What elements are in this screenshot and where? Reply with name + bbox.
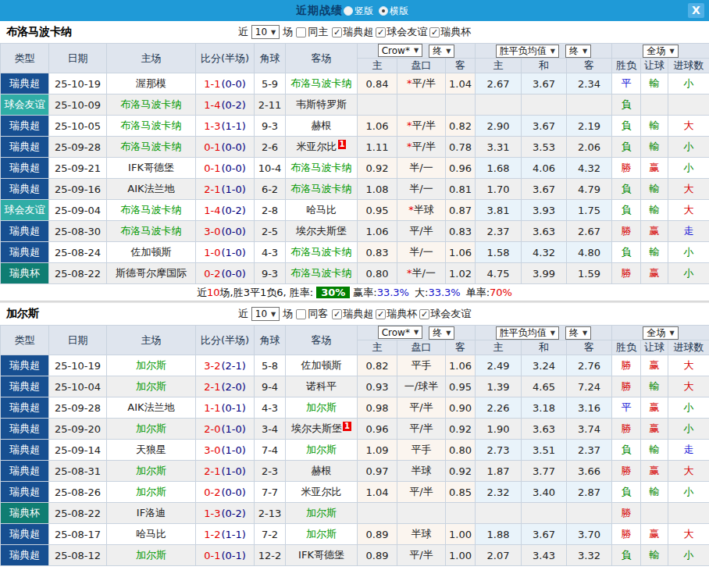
league-badge: 瑞典超 [1,545,49,566]
odds-home [358,94,397,116]
match-score: 0-1(0-0) [196,137,255,158]
goals-mark: 小 [668,545,709,566]
odds-away: 0.92 [446,461,476,482]
home-team: 天狼星 [107,440,196,461]
goals-mark [668,503,709,524]
mean-away: 1.75 [567,200,612,221]
sub-col-handicap-result: 让球 [641,340,668,355]
odds-home: 0.95 [358,200,397,221]
league-checkbox[interactable] [419,309,429,319]
close-button[interactable]: X [688,3,704,18]
odds-handicap: 平/半 [397,397,446,419]
col-home: 主场 [107,44,196,73]
mean-time-select[interactable]: 终 [565,45,591,58]
mean-select[interactable]: 胜平负均值 [496,45,559,58]
odds-home: 1.11 [358,137,397,158]
corner-count: 5-8 [255,355,286,376]
league-checkbox[interactable] [332,309,342,319]
odds-handicap: *半/一 [397,263,446,284]
bookmaker-select[interactable]: Crow* [378,326,422,339]
result-mark: 勝 [612,355,641,376]
sub-col-handicap: 盘口 [397,340,446,355]
goals-mark: 大 [668,355,709,376]
league-checkbox[interactable] [376,27,386,37]
horizontal-radio-button[interactable] [379,6,388,16]
match-date: 25-09-16 [49,179,107,200]
odds-home: 0.92 [358,158,397,179]
odds-time-select[interactable]: 终 [429,45,454,58]
league-badge: 球会友谊 [1,200,49,221]
same-home-checkbox[interactable] [296,27,306,37]
odds-handicap: 一/球半 [397,376,446,397]
odds-handicap [397,94,446,116]
mean-away: 3.70 [567,524,612,545]
odds-handicap: 半/一 [397,158,446,179]
league-badge: 瑞典超 [1,116,49,137]
mean-home: 1.68 [476,158,522,179]
corner-count: 4-3 [255,242,286,263]
league-checkbox[interactable] [376,309,386,319]
sub-col-odds-home: 主 [358,59,397,73]
same-away-checkbox[interactable] [296,309,306,319]
league-checkbox-label: 瑞典杯 [387,307,417,321]
corner-count: 2-11 [255,94,286,116]
vertical-radio-button[interactable] [344,6,353,16]
match-count-select[interactable]: 10 [251,25,280,39]
home-team: AIK法兰地 [107,397,196,419]
view-mode-switch: 近期战绩竖版横版 [296,4,413,18]
handicap-result-mark: 赢 [641,158,668,179]
match-date: 25-08-31 [49,461,107,482]
scope-select[interactable]: 全场 [643,45,678,58]
mean-home: 2.32 [476,482,522,503]
bookmaker-select[interactable]: Crow* [378,44,422,57]
away-team: 哈马比 [286,200,358,221]
red-card-badge: 1 [343,422,351,431]
odds-away: 0.90 [446,397,476,419]
away-team: 米亚尔比1 [286,137,358,158]
league-checkbox[interactable] [332,27,342,37]
odds-handicap: 平/半 [397,482,446,503]
match-count-select[interactable]: 10 [251,307,280,321]
handicap-result-mark: 赢 [641,419,668,440]
home-team: 加尔斯 [107,482,196,503]
corner-count: 2-5 [255,221,286,242]
odds-home: 0.93 [358,376,397,397]
games-label: 场 [283,25,293,39]
match-row: 瑞典超25-09-20加尔斯2-0(1-0)3-4埃尔夫斯堡10.96平/半0.… [1,419,709,440]
odds-handicap: *半球 [397,200,446,221]
match-row: 瑞典超25-09-21IFK哥德堡0-1(0-0)10-4布洛马波卡纳0.92半… [1,158,709,179]
league-checkbox[interactable] [429,27,440,37]
mean-away: 7.24 [567,376,612,397]
mean-away: 3.32 [567,545,612,566]
goals-mark: 小 [668,73,709,94]
odds-time-select[interactable]: 终 [429,326,454,340]
match-score: 1-0(1-0) [196,242,255,263]
mean-time-select[interactable]: 终 [565,326,591,340]
home-team: 布洛马波卡纳 [107,200,196,221]
mean-home: 1.39 [476,376,522,397]
col-date: 日期 [49,44,107,73]
league-badge: 瑞典超 [1,524,49,545]
handicap-result-mark: 赢 [641,355,668,376]
col-date: 日期 [49,326,107,355]
match-date: 25-09-14 [49,440,107,461]
result-mark: 負 [612,482,641,503]
mean-draw: 3.77 [522,461,567,482]
odds-away: 0.96 [446,158,476,179]
col-away: 客场 [286,44,358,73]
scope-select[interactable]: 全场 [643,326,678,340]
odds-home: 1.06 [358,221,397,242]
mean-away: 4.79 [567,179,612,200]
sub-col-result: 胜负 [612,59,641,73]
match-date: 25-08-24 [49,242,107,263]
odds-handicap: 平/半 [397,419,446,440]
mean-home: 1.70 [476,179,522,200]
odds-away: 0.81 [446,179,476,200]
mean-select[interactable]: 胜平负均值 [496,326,559,340]
handicap-result-mark: 赢 [641,524,668,545]
match-score: 2-0(1-0) [196,419,255,440]
handicap-result-mark: 輸 [641,200,668,221]
mean-away [567,94,612,116]
odds-home: 0.82 [358,355,397,376]
filters-home: 近 10 场 同主 瑞典超球会友谊瑞典杯 [237,25,472,39]
